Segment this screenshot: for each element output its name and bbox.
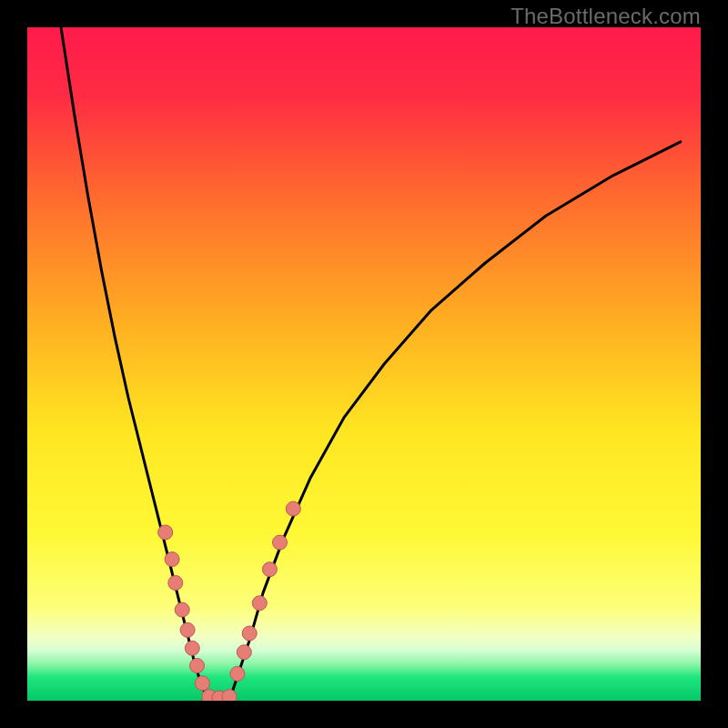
data-marker [180,622,195,637]
data-marker [195,676,209,691]
data-marker [158,525,173,540]
watermark-text: TheBottleneck.com [511,4,701,29]
data-marker [262,562,277,577]
series-curve-right [229,142,681,701]
data-marker [242,626,257,641]
plot-area [27,27,701,701]
data-marker [273,535,288,550]
data-marker [168,576,183,591]
data-marker [185,641,199,655]
data-marker [175,602,189,617]
outer-frame: TheBottleneck.com [0,0,728,728]
series-curve-left [61,27,209,701]
data-marker [190,659,205,673]
data-marker [165,552,179,567]
data-marker [252,596,267,611]
data-marker [286,501,300,516]
data-marker [222,690,237,701]
data-marker [237,645,251,660]
data-marker [230,666,245,681]
chart-svg [27,27,701,701]
